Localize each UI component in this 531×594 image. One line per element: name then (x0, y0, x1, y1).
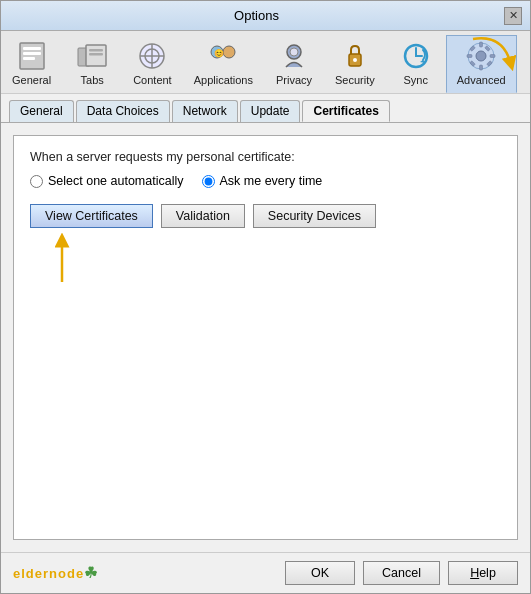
toolbar-advanced-label: Advanced (457, 74, 506, 86)
radio-ask-every-input[interactable] (202, 175, 215, 188)
applications-icon: 😊 (207, 40, 239, 72)
panel-description: When a server requests my personal certi… (30, 150, 501, 164)
tab-general[interactable]: General (9, 100, 74, 122)
general-icon (16, 40, 48, 72)
certificates-panel: When a server requests my personal certi… (13, 135, 518, 540)
options-window: Options ✕ General Tabs Content 😊 Ap (0, 0, 531, 594)
logo-icon: ☘ (84, 564, 98, 581)
window-title: Options (9, 8, 504, 23)
toolbar-item-general[interactable]: General (1, 35, 62, 93)
svg-rect-23 (480, 65, 483, 70)
toolbar-item-privacy[interactable]: Privacy (264, 35, 324, 93)
radio-select-auto[interactable]: Select one automatically (30, 174, 184, 188)
toolbar-item-applications[interactable]: 😊 Applications (183, 35, 264, 93)
svg-rect-22 (480, 42, 483, 47)
content-area: When a server requests my personal certi… (1, 123, 530, 552)
advanced-icon (465, 40, 497, 72)
toolbar-item-tabs[interactable]: Tabs (62, 35, 122, 93)
toolbar-privacy-label: Privacy (276, 74, 312, 86)
security-icon (339, 40, 371, 72)
logo-highlight: node (49, 566, 84, 581)
tab-network[interactable]: Network (172, 100, 238, 122)
radio-ask-every-label: Ask me every time (220, 174, 323, 188)
tab-update[interactable]: Update (240, 100, 301, 122)
svg-point-18 (353, 58, 357, 62)
tab-bar: General Data Choices Network Update Cert… (1, 94, 530, 123)
toolbar-item-content[interactable]: Content (122, 35, 183, 93)
cert-buttons-row: View Certificates Validation Security De… (30, 204, 501, 228)
title-bar: Options ✕ (1, 1, 530, 31)
svg-rect-7 (89, 53, 103, 56)
help-underline: H (470, 566, 479, 580)
svg-rect-1 (23, 47, 41, 50)
help-label-rest: elp (479, 566, 496, 580)
sync-icon (400, 40, 432, 72)
privacy-icon (278, 40, 310, 72)
close-button[interactable]: ✕ (504, 7, 522, 25)
svg-rect-6 (89, 49, 103, 52)
svg-rect-24 (467, 55, 472, 58)
logo: eldernode☘ (13, 564, 98, 582)
radio-ask-every[interactable]: Ask me every time (202, 174, 323, 188)
radio-select-auto-input[interactable] (30, 175, 43, 188)
toolbar: General Tabs Content 😊 Applications Priv… (1, 31, 530, 94)
radio-group: Select one automatically Ask me every ti… (30, 174, 501, 188)
help-button[interactable]: Help (448, 561, 518, 585)
svg-rect-25 (490, 55, 495, 58)
view-certs-annotation-arrow (52, 232, 72, 290)
view-certificates-button[interactable]: View Certificates (30, 204, 153, 228)
toolbar-general-label: General (12, 74, 51, 86)
tab-certificates[interactable]: Certificates (302, 100, 389, 122)
validation-button[interactable]: Validation (161, 204, 245, 228)
toolbar-tabs-label: Tabs (81, 74, 104, 86)
svg-rect-0 (20, 43, 44, 69)
toolbar-item-advanced[interactable]: Advanced (446, 35, 517, 93)
svg-point-21 (476, 51, 486, 61)
content-icon (136, 40, 168, 72)
svg-point-13 (223, 46, 235, 58)
toolbar-security-label: Security (335, 74, 375, 86)
footer-buttons: OK Cancel Help (285, 561, 518, 585)
cancel-button[interactable]: Cancel (363, 561, 440, 585)
footer: eldernode☘ OK Cancel Help (1, 552, 530, 593)
tab-data-choices[interactable]: Data Choices (76, 100, 170, 122)
ok-button[interactable]: OK (285, 561, 355, 585)
toolbar-item-sync[interactable]: Sync (386, 35, 446, 93)
toolbar-sync-label: Sync (404, 74, 428, 86)
logo-text: elder (13, 566, 49, 581)
security-devices-button[interactable]: Security Devices (253, 204, 376, 228)
radio-select-auto-label: Select one automatically (48, 174, 184, 188)
svg-point-16 (290, 48, 298, 56)
toolbar-applications-label: Applications (194, 74, 253, 86)
svg-rect-2 (23, 52, 41, 55)
toolbar-item-security[interactable]: Security (324, 35, 386, 93)
svg-text:😊: 😊 (214, 48, 224, 58)
svg-rect-3 (23, 57, 35, 60)
toolbar-content-label: Content (133, 74, 172, 86)
tabs-icon (76, 40, 108, 72)
